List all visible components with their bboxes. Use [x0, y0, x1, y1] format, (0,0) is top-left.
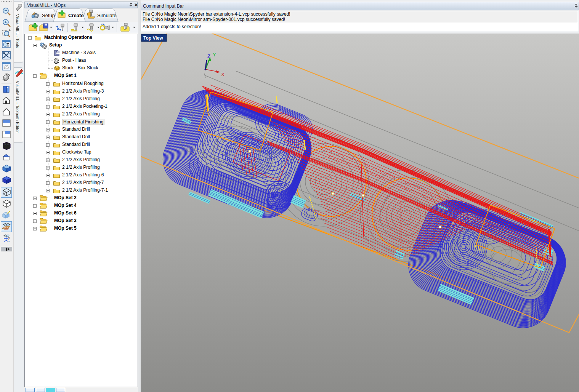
svg-text:x: x — [8, 240, 10, 243]
svg-text:Top View: Top View — [143, 35, 163, 41]
svg-text:X: X — [221, 72, 225, 77]
svg-text:Y: Y — [213, 52, 216, 58]
svg-text:Z: Z — [207, 53, 210, 59]
svg-text:y: y — [8, 237, 10, 240]
